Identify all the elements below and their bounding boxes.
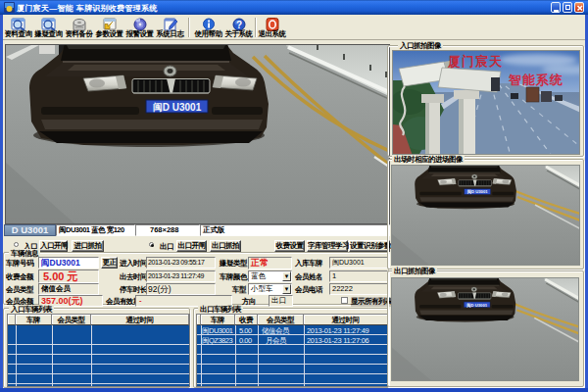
svg-text:智能系统: 智能系统 bbox=[508, 73, 564, 87]
svg-text:厦门宸天: 厦门宸天 bbox=[447, 54, 503, 69]
